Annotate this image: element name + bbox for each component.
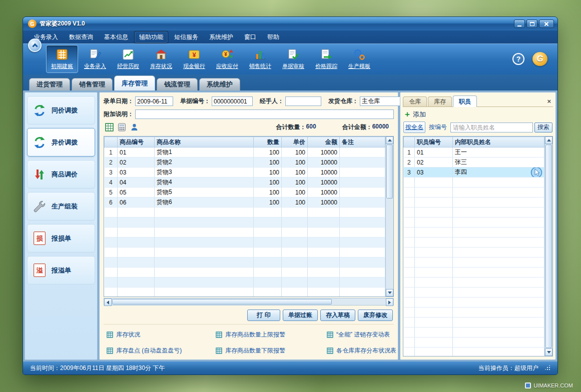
cell-empty[interactable] <box>404 268 415 278</box>
cell-empty[interactable] <box>415 188 453 198</box>
cell-empty[interactable] <box>118 258 155 268</box>
cell-empty[interactable] <box>118 268 155 278</box>
help-button[interactable]: ? <box>512 53 524 65</box>
staff-row-empty[interactable] <box>404 188 544 198</box>
cell-empty[interactable] <box>415 228 453 238</box>
cell-empty[interactable] <box>404 288 415 298</box>
staff-row-empty[interactable] <box>404 228 544 238</box>
sidebar-item-overflow-report[interactable]: 溢 报溢单 <box>27 256 95 284</box>
cell-empty[interactable] <box>340 288 385 297</box>
cell-empty[interactable] <box>453 258 544 268</box>
cell-empty[interactable] <box>340 238 385 248</box>
cell-empty[interactable] <box>118 288 155 297</box>
tab-purchase[interactable]: 进货管理 <box>29 78 70 90</box>
item-row-empty[interactable] <box>105 278 385 288</box>
cell-amount[interactable]: 10000 <box>308 188 340 198</box>
staff-row-empty[interactable] <box>404 278 544 288</box>
cell-empty[interactable] <box>155 248 254 258</box>
cell-empty[interactable] <box>415 248 453 258</box>
cell-empty[interactable] <box>404 338 415 348</box>
tab-cashflow[interactable]: 钱流管理 <box>157 78 198 90</box>
cell-empty[interactable] <box>404 318 415 328</box>
cell-empty[interactable] <box>404 328 415 338</box>
staff-row-empty[interactable] <box>404 178 544 188</box>
cell-empty[interactable] <box>415 208 453 218</box>
cell-empty[interactable] <box>340 258 385 268</box>
cell-empty[interactable] <box>155 208 254 218</box>
cell-empty[interactable] <box>415 238 453 248</box>
doc-number-field[interactable] <box>212 96 253 106</box>
menu-auxiliary-functions[interactable]: 辅助功能 <box>134 31 168 44</box>
discard-changes-button[interactable]: 废弃修改 <box>358 310 393 321</box>
cell-row-no[interactable]: 2 <box>105 158 118 168</box>
scroll-thumb[interactable] <box>112 299 332 304</box>
cell-empty[interactable] <box>453 218 544 228</box>
cell-empty[interactable] <box>415 318 453 328</box>
cell-empty[interactable] <box>453 338 544 348</box>
cell-staff-no[interactable]: 3 <box>404 168 415 178</box>
cell-empty[interactable] <box>453 238 544 248</box>
menu-sms-service[interactable]: 短信服务 <box>169 31 203 44</box>
staff-row-empty[interactable] <box>404 288 544 298</box>
cell-name[interactable]: 货物1 <box>155 148 254 158</box>
cell-empty[interactable] <box>308 248 340 258</box>
cell-empty[interactable] <box>308 278 340 288</box>
toolbar-production-template-button[interactable]: 生产模板 <box>343 45 375 73</box>
cell-price[interactable]: 100 <box>282 178 308 188</box>
cell-empty[interactable] <box>404 308 415 318</box>
cell-empty[interactable] <box>453 198 544 208</box>
cell-staff-no[interactable]: 1 <box>404 148 415 158</box>
tab-sales[interactable]: 销售管理 <box>72 78 113 90</box>
staff-row-empty[interactable] <box>404 338 544 348</box>
cell-empty[interactable] <box>415 298 453 308</box>
cell-empty[interactable] <box>282 208 308 218</box>
cell-row-no[interactable]: 3 <box>105 168 118 178</box>
cell-code[interactable]: 05 <box>118 188 155 198</box>
cell-empty[interactable] <box>453 328 544 338</box>
cell-note[interactable] <box>340 148 385 158</box>
toolbar-business-entry-button[interactable]: 业务录入 <box>79 45 111 73</box>
cell-name[interactable]: 货物2 <box>155 158 254 168</box>
cell-price[interactable]: 100 <box>282 198 308 208</box>
cell-empty[interactable] <box>404 248 415 258</box>
menu-window[interactable]: 窗口 <box>239 31 261 44</box>
cell-code[interactable]: 04 <box>118 178 155 188</box>
cell-empty[interactable] <box>155 258 254 268</box>
link-qty-upper-limit-alert[interactable]: 库存商品数量上限报警 <box>216 330 327 339</box>
item-row[interactable]: 303货物310010010000 <box>105 168 385 178</box>
menu-basic-info[interactable]: 基本信息 <box>99 31 133 44</box>
cell-staff-code[interactable]: 03 <box>415 168 453 178</box>
cell-empty[interactable] <box>453 228 544 238</box>
cell-price[interactable]: 100 <box>282 188 308 198</box>
filter-by-code-button[interactable]: 按编号 <box>427 122 449 133</box>
cell-price[interactable]: 100 <box>282 148 308 158</box>
cell-staff-name[interactable]: 李四 <box>453 168 544 178</box>
cell-empty[interactable] <box>340 208 385 218</box>
scroll-down-button[interactable] <box>545 348 552 356</box>
cell-empty[interactable] <box>155 238 254 248</box>
cell-empty[interactable] <box>254 208 282 218</box>
item-row-empty[interactable] <box>105 238 385 248</box>
cell-empty[interactable] <box>105 238 118 248</box>
toolbar-initial-setup-button[interactable]: 初期建账 <box>46 45 78 73</box>
item-row-empty[interactable] <box>105 208 385 218</box>
cell-staff-name[interactable]: 张三 <box>453 158 544 168</box>
cell-empty[interactable] <box>453 268 544 278</box>
cell-empty[interactable] <box>308 218 340 228</box>
cell-empty[interactable] <box>340 278 385 288</box>
cell-empty[interactable] <box>155 268 254 278</box>
lookup-close-button[interactable]: × <box>545 98 553 106</box>
scroll-thumb[interactable] <box>545 144 552 348</box>
cell-staff-code[interactable]: 02 <box>415 158 453 168</box>
cell-empty[interactable] <box>453 188 544 198</box>
toolbar-doc-audit-button[interactable]: 单据审核 <box>277 45 309 73</box>
cell-empty[interactable] <box>155 278 254 288</box>
menu-data-query[interactable]: 数据查询 <box>64 31 98 44</box>
staff-row-selected[interactable]: 303李四 <box>404 168 544 178</box>
item-row-empty[interactable] <box>105 248 385 258</box>
link-inventory-status[interactable]: 库存状况 <box>107 330 216 339</box>
item-row-empty[interactable] <box>105 228 385 238</box>
item-row-empty[interactable] <box>105 258 385 268</box>
cell-empty[interactable] <box>453 308 544 318</box>
cell-empty[interactable] <box>308 228 340 238</box>
